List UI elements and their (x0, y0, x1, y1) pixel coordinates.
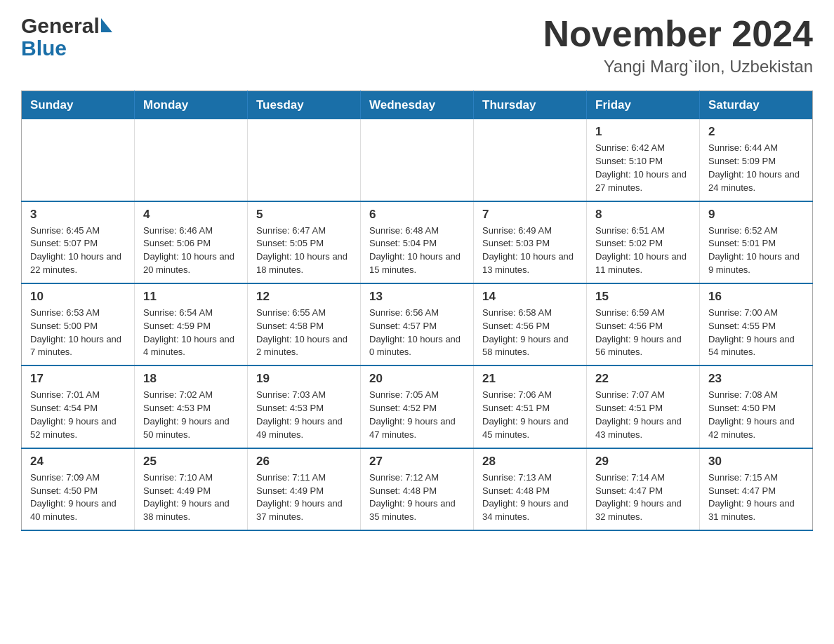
calendar-cell: 27Sunrise: 7:12 AM Sunset: 4:48 PM Dayli… (361, 448, 474, 530)
day-number: 26 (256, 455, 352, 469)
day-sun-info: Sunrise: 6:42 AM Sunset: 5:10 PM Dayligh… (595, 142, 691, 194)
calendar-cell: 16Sunrise: 7:00 AM Sunset: 4:55 PM Dayli… (700, 283, 813, 365)
day-number: 20 (369, 372, 465, 386)
day-sun-info: Sunrise: 7:12 AM Sunset: 4:48 PM Dayligh… (369, 471, 465, 524)
month-year-title: November 2024 (543, 14, 813, 54)
day-number: 19 (256, 372, 352, 386)
page-header: General Blue November 2024 Yangi Marg`il… (21, 14, 813, 76)
day-sun-info: Sunrise: 7:07 AM Sunset: 4:51 PM Dayligh… (595, 389, 691, 441)
calendar-cell: 19Sunrise: 7:03 AM Sunset: 4:53 PM Dayli… (248, 365, 361, 448)
calendar-cell: 10Sunrise: 6:53 AM Sunset: 5:00 PM Dayli… (22, 283, 135, 365)
calendar-cell: 24Sunrise: 7:09 AM Sunset: 4:50 PM Dayli… (22, 448, 135, 530)
day-sun-info: Sunrise: 7:03 AM Sunset: 4:53 PM Dayligh… (256, 389, 352, 441)
day-number: 18 (143, 372, 239, 386)
day-sun-info: Sunrise: 6:49 AM Sunset: 5:03 PM Dayligh… (482, 224, 578, 277)
day-sun-info: Sunrise: 7:08 AM Sunset: 4:50 PM Dayligh… (708, 389, 804, 441)
logo-blue-text: Blue (21, 38, 112, 59)
calendar-cell: 3Sunrise: 6:45 AM Sunset: 5:07 PM Daylig… (22, 201, 135, 283)
calendar-cell: 8Sunrise: 6:51 AM Sunset: 5:02 PM Daylig… (587, 201, 700, 283)
day-number: 24 (30, 455, 126, 469)
calendar-cell: 18Sunrise: 7:02 AM Sunset: 4:53 PM Dayli… (135, 365, 248, 448)
calendar-cell: 28Sunrise: 7:13 AM Sunset: 4:48 PM Dayli… (474, 448, 587, 530)
calendar-cell: 7Sunrise: 6:49 AM Sunset: 5:03 PM Daylig… (474, 201, 587, 283)
day-number: 16 (708, 290, 804, 304)
day-number: 6 (369, 208, 465, 222)
day-number: 12 (256, 290, 352, 304)
calendar-cell: 2Sunrise: 6:44 AM Sunset: 5:09 PM Daylig… (700, 119, 813, 201)
day-sun-info: Sunrise: 6:56 AM Sunset: 4:57 PM Dayligh… (369, 307, 465, 359)
calendar-cell: 11Sunrise: 6:54 AM Sunset: 4:59 PM Dayli… (135, 283, 248, 365)
day-number: 28 (482, 455, 578, 469)
day-sun-info: Sunrise: 7:05 AM Sunset: 4:52 PM Dayligh… (369, 389, 465, 441)
day-sun-info: Sunrise: 6:55 AM Sunset: 4:58 PM Dayligh… (256, 307, 352, 359)
calendar-week-row: 10Sunrise: 6:53 AM Sunset: 5:00 PM Dayli… (22, 283, 813, 365)
calendar-cell: 30Sunrise: 7:15 AM Sunset: 4:47 PM Dayli… (700, 448, 813, 530)
day-number: 2 (708, 125, 804, 139)
day-number: 25 (143, 455, 239, 469)
weekday-header-tuesday: Tuesday (248, 91, 361, 120)
calendar-cell: 23Sunrise: 7:08 AM Sunset: 4:50 PM Dayli… (700, 365, 813, 448)
day-number: 9 (708, 208, 804, 222)
day-number: 8 (595, 208, 691, 222)
day-sun-info: Sunrise: 6:59 AM Sunset: 4:56 PM Dayligh… (595, 307, 691, 359)
day-sun-info: Sunrise: 7:06 AM Sunset: 4:51 PM Dayligh… (482, 389, 578, 441)
day-number: 23 (708, 372, 804, 386)
calendar-cell: 17Sunrise: 7:01 AM Sunset: 4:54 PM Dayli… (22, 365, 135, 448)
day-sun-info: Sunrise: 7:02 AM Sunset: 4:53 PM Dayligh… (143, 389, 239, 441)
day-sun-info: Sunrise: 6:58 AM Sunset: 4:56 PM Dayligh… (482, 307, 578, 359)
day-number: 22 (595, 372, 691, 386)
day-sun-info: Sunrise: 6:48 AM Sunset: 5:04 PM Dayligh… (369, 224, 465, 277)
logo-triangle-icon (101, 18, 112, 32)
day-number: 10 (30, 290, 126, 304)
day-number: 14 (482, 290, 578, 304)
day-sun-info: Sunrise: 7:10 AM Sunset: 4:49 PM Dayligh… (143, 471, 239, 524)
location-subtitle: Yangi Marg`ilon, Uzbekistan (543, 57, 813, 76)
day-number: 27 (369, 455, 465, 469)
calendar-cell: 15Sunrise: 6:59 AM Sunset: 4:56 PM Dayli… (587, 283, 700, 365)
day-sun-info: Sunrise: 7:01 AM Sunset: 4:54 PM Dayligh… (30, 389, 126, 441)
calendar-week-row: 17Sunrise: 7:01 AM Sunset: 4:54 PM Dayli… (22, 365, 813, 448)
calendar-cell: 4Sunrise: 6:46 AM Sunset: 5:06 PM Daylig… (135, 201, 248, 283)
day-number: 4 (143, 208, 239, 222)
day-sun-info: Sunrise: 7:13 AM Sunset: 4:48 PM Dayligh… (482, 471, 578, 524)
day-number: 15 (595, 290, 691, 304)
calendar-cell: 12Sunrise: 6:55 AM Sunset: 4:58 PM Dayli… (248, 283, 361, 365)
calendar-week-row: 3Sunrise: 6:45 AM Sunset: 5:07 PM Daylig… (22, 201, 813, 283)
day-sun-info: Sunrise: 6:51 AM Sunset: 5:02 PM Dayligh… (595, 224, 691, 277)
calendar-cell (361, 119, 474, 201)
weekday-header-saturday: Saturday (700, 91, 813, 120)
calendar-cell: 13Sunrise: 6:56 AM Sunset: 4:57 PM Dayli… (361, 283, 474, 365)
calendar-cell: 21Sunrise: 7:06 AM Sunset: 4:51 PM Dayli… (474, 365, 587, 448)
calendar-header-row: SundayMondayTuesdayWednesdayThursdayFrid… (22, 91, 813, 120)
day-sun-info: Sunrise: 6:44 AM Sunset: 5:09 PM Dayligh… (708, 142, 804, 194)
calendar-cell (474, 119, 587, 201)
calendar-cell: 9Sunrise: 6:52 AM Sunset: 5:01 PM Daylig… (700, 201, 813, 283)
weekday-header-thursday: Thursday (474, 91, 587, 120)
day-number: 17 (30, 372, 126, 386)
day-sun-info: Sunrise: 6:46 AM Sunset: 5:06 PM Dayligh… (143, 224, 239, 277)
day-number: 13 (369, 290, 465, 304)
day-sun-info: Sunrise: 6:47 AM Sunset: 5:05 PM Dayligh… (256, 224, 352, 277)
day-sun-info: Sunrise: 7:14 AM Sunset: 4:47 PM Dayligh… (595, 471, 691, 524)
weekday-header-sunday: Sunday (22, 91, 135, 120)
day-number: 5 (256, 208, 352, 222)
calendar-cell: 1Sunrise: 6:42 AM Sunset: 5:10 PM Daylig… (587, 119, 700, 201)
day-sun-info: Sunrise: 6:54 AM Sunset: 4:59 PM Dayligh… (143, 307, 239, 359)
day-sun-info: Sunrise: 7:09 AM Sunset: 4:50 PM Dayligh… (30, 471, 126, 524)
calendar-cell: 22Sunrise: 7:07 AM Sunset: 4:51 PM Dayli… (587, 365, 700, 448)
calendar-cell (135, 119, 248, 201)
calendar-cell: 20Sunrise: 7:05 AM Sunset: 4:52 PM Dayli… (361, 365, 474, 448)
day-number: 11 (143, 290, 239, 304)
logo: General Blue (21, 14, 112, 59)
calendar-cell (22, 119, 135, 201)
title-section: November 2024 Yangi Marg`ilon, Uzbekista… (543, 14, 813, 76)
calendar-cell (248, 119, 361, 201)
calendar-week-row: 1Sunrise: 6:42 AM Sunset: 5:10 PM Daylig… (22, 119, 813, 201)
day-sun-info: Sunrise: 7:00 AM Sunset: 4:55 PM Dayligh… (708, 307, 804, 359)
weekday-header-friday: Friday (587, 91, 700, 120)
calendar-cell: 14Sunrise: 6:58 AM Sunset: 4:56 PM Dayli… (474, 283, 587, 365)
calendar-cell: 6Sunrise: 6:48 AM Sunset: 5:04 PM Daylig… (361, 201, 474, 283)
calendar-table: SundayMondayTuesdayWednesdayThursdayFrid… (21, 90, 813, 531)
calendar-cell: 25Sunrise: 7:10 AM Sunset: 4:49 PM Dayli… (135, 448, 248, 530)
weekday-header-monday: Monday (135, 91, 248, 120)
